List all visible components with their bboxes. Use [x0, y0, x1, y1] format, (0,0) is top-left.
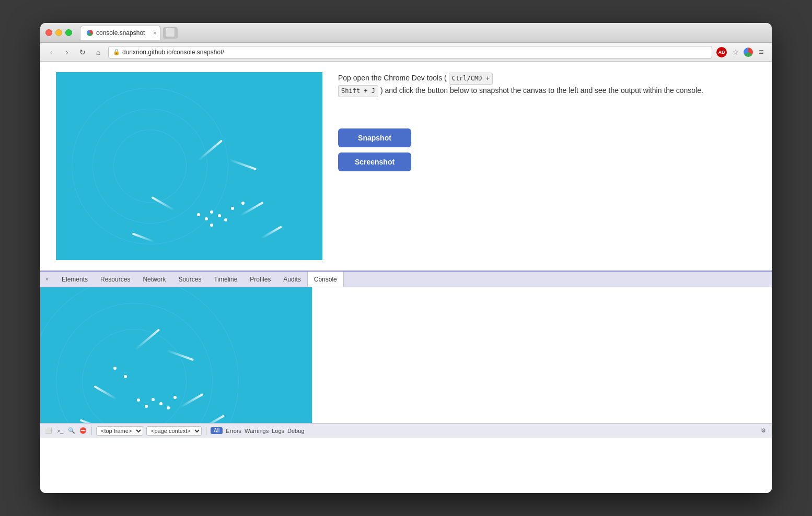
dot-2: [205, 217, 208, 220]
dot-7: [210, 224, 213, 227]
logs-label[interactable]: Logs: [272, 428, 284, 434]
back-icon: ‹: [50, 48, 53, 56]
tab-favicon: [87, 30, 93, 36]
devtools-search-icon[interactable]: 🔍: [67, 427, 76, 435]
bottom-divider-2: [206, 427, 206, 435]
errors-label[interactable]: Errors: [226, 428, 241, 434]
preview-dot-6: [173, 396, 177, 399]
new-tab-button[interactable]: ⬜: [163, 27, 178, 39]
bottom-divider-1: [91, 427, 92, 435]
devtools-panel: × Elements Resources Network Sources Tim…: [40, 271, 772, 438]
devtools-canvas-preview: [40, 287, 312, 423]
bookmark-icon[interactable]: ☆: [730, 47, 740, 57]
devtools-tab-timeline[interactable]: Timeline: [207, 272, 243, 287]
kbd-shift: Shift + J: [338, 85, 378, 97]
devtools-tab-elements[interactable]: Elements: [55, 272, 94, 287]
tab-bar: console.snapshot × ⬜: [80, 26, 748, 40]
warnings-label[interactable]: Warnings: [245, 428, 269, 434]
devtools-tab-audits[interactable]: Audits: [277, 272, 307, 287]
forward-icon: ›: [66, 48, 68, 56]
preview-dot-3: [152, 398, 155, 401]
devtools-tab-bar: × Elements Resources Network Sources Tim…: [40, 272, 772, 287]
forward-button[interactable]: ›: [61, 46, 73, 58]
dot-6: [231, 207, 234, 210]
info-text-part1: Pop open the Chrome Dev tools (: [338, 74, 449, 82]
main-canvas: [56, 72, 322, 260]
info-panel: Pop open the Chrome Dev tools ( Ctrl/CMD…: [322, 72, 756, 260]
devtools-inspect-icon[interactable]: ⬜: [44, 427, 53, 435]
dot-5: [224, 218, 227, 221]
action-buttons: Snapshot Screenshot: [338, 128, 746, 171]
close-button[interactable]: [45, 29, 52, 36]
tab-close-icon[interactable]: ×: [153, 30, 156, 36]
devtools-console-icon[interactable]: >_: [56, 427, 64, 435]
preview-dot-2: [145, 405, 148, 408]
home-icon: ⌂: [96, 48, 100, 56]
devtools-tab-resources[interactable]: Resources: [94, 272, 136, 287]
info-description: Pop open the Chrome Dev tools ( Ctrl/CMD…: [338, 72, 746, 97]
info-text-part2: ) and click the button below to snapshot…: [380, 86, 703, 95]
refresh-icon: ↻: [79, 48, 86, 56]
lock-icon: 🔒: [113, 49, 120, 55]
menu-icon[interactable]: ≡: [756, 47, 767, 57]
context-selector[interactable]: <page context>: [146, 426, 202, 436]
preview-dot-7: [113, 367, 117, 370]
preview-dot-4: [159, 402, 163, 405]
maximize-button[interactable]: [65, 29, 72, 36]
back-button[interactable]: ‹: [45, 46, 57, 58]
streak-6: [261, 226, 282, 239]
devtools-tab-profiles[interactable]: Profiles: [243, 272, 277, 287]
title-bar: console.snapshot × ⬜: [40, 23, 772, 43]
refresh-button[interactable]: ↻: [77, 46, 88, 58]
toolbar-actions: AB ☆ ≡: [716, 47, 767, 57]
page-content: Pop open the Chrome Dev tools ( Ctrl/CMD…: [40, 62, 772, 493]
home-button[interactable]: ⌂: [92, 46, 104, 58]
devtools-content: [40, 287, 772, 423]
canvas-section: [56, 72, 322, 260]
devtools-close-button[interactable]: ×: [43, 275, 51, 284]
devtools-tab-console[interactable]: Console: [307, 272, 344, 287]
preview-dot-1: [137, 398, 140, 402]
devtools-close-icon: ×: [45, 276, 49, 282]
main-area: Pop open the Chrome Dev tools ( Ctrl/CMD…: [40, 62, 772, 271]
devtools-bottom-bar: ⬜ >_ 🔍 ⛔ <top frame> <page context> All …: [40, 423, 772, 438]
debug-label[interactable]: Debug: [287, 428, 304, 434]
kbd-ctrl: Ctrl/CMD +: [449, 73, 493, 85]
devtools-right-panel: [312, 287, 772, 423]
chrome-icon[interactable]: [744, 48, 753, 57]
preview-dot-5: [167, 406, 170, 409]
preview-dot-8: [124, 375, 127, 378]
browser-tab[interactable]: console.snapshot ×: [80, 26, 161, 40]
screenshot-button[interactable]: Screenshot: [338, 153, 411, 171]
dot-8: [241, 202, 245, 205]
new-tab-icon: ⬜: [165, 28, 176, 38]
devtools-tab-sources[interactable]: Sources: [172, 272, 207, 287]
streak-2: [229, 159, 257, 171]
traffic-lights: [45, 29, 72, 36]
browser-window: console.snapshot × ⬜ ‹ › ↻ ⌂ 🔒 dunxrion.…: [40, 23, 772, 493]
url-input[interactable]: 🔒 dunxrion.github.io/console.snapshot/: [108, 46, 712, 58]
dot-1: [197, 213, 200, 216]
url-text: dunxrion.github.io/console.snapshot/: [122, 49, 224, 56]
devtools-block-icon[interactable]: ⛔: [79, 427, 87, 435]
settings-icon[interactable]: ⚙: [759, 427, 768, 435]
minimize-button[interactable]: [55, 29, 62, 36]
tab-title: console.snapshot: [96, 29, 145, 37]
ring-3: [113, 130, 187, 203]
dot-4: [218, 214, 221, 217]
devtools-tab-network[interactable]: Network: [136, 272, 172, 287]
frame-selector[interactable]: <top frame>: [96, 426, 143, 436]
adblock-icon[interactable]: AB: [716, 47, 727, 57]
dot-3: [210, 210, 213, 214]
all-badge[interactable]: All: [211, 427, 223, 434]
address-bar: ‹ › ↻ ⌂ 🔒 dunxrion.github.io/console.sna…: [40, 43, 772, 62]
snapshot-button[interactable]: Snapshot: [338, 128, 411, 147]
